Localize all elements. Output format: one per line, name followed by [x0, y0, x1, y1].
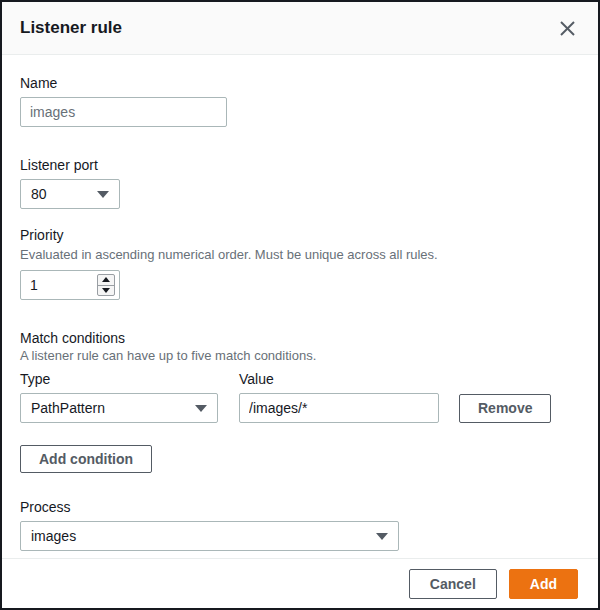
process-value: images	[31, 528, 76, 544]
priority-value: 1	[30, 277, 38, 293]
spinner-down-icon[interactable]	[98, 286, 114, 296]
close-x-glyph	[559, 20, 576, 37]
process-field-group: Process images	[20, 499, 580, 551]
dialog-header: Listener rule	[2, 2, 598, 55]
add-condition-button[interactable]: Add condition	[20, 445, 152, 473]
condition-type-value: PathPattern	[31, 400, 105, 416]
name-label: Name	[20, 75, 580, 91]
process-label: Process	[20, 499, 580, 515]
listener-port-label: Listener port	[20, 157, 580, 173]
dialog-footer: Cancel Add	[2, 558, 598, 608]
process-select[interactable]: images	[20, 521, 399, 551]
chevron-down-icon	[376, 533, 388, 540]
chevron-down-icon	[97, 191, 109, 198]
condition-value-header: Value	[239, 371, 274, 387]
listener-port-select[interactable]: 80	[20, 179, 120, 209]
match-conditions-label: Match conditions	[20, 330, 580, 346]
priority-description: Evaluated in ascending numerical order. …	[20, 247, 580, 262]
cancel-button[interactable]: Cancel	[409, 569, 497, 599]
condition-type-header: Type	[20, 371, 239, 387]
dialog-body: Name Listener port 80 Priority Evaluated…	[2, 55, 598, 558]
name-field-group: Name	[20, 75, 580, 127]
name-input[interactable]	[20, 97, 227, 127]
condition-column-headers: Type Value	[20, 371, 580, 393]
remove-condition-button[interactable]: Remove	[459, 394, 551, 423]
chevron-down-icon	[195, 405, 207, 412]
listener-port-field-group: Listener port 80	[20, 157, 580, 209]
match-conditions-description: A listener rule can have up to five matc…	[20, 348, 580, 363]
condition-row: PathPattern Remove	[20, 393, 580, 423]
add-button[interactable]: Add	[509, 569, 578, 599]
priority-stepper[interactable]: 1	[20, 270, 120, 300]
condition-value-input[interactable]	[239, 393, 439, 423]
condition-type-select[interactable]: PathPattern	[20, 393, 218, 423]
priority-field-group: Priority Evaluated in ascending numerica…	[20, 227, 580, 300]
close-icon[interactable]	[555, 16, 580, 41]
match-conditions-group: Match conditions A listener rule can hav…	[20, 330, 580, 473]
dialog-title: Listener rule	[20, 18, 122, 38]
spinner-up-icon[interactable]	[98, 275, 114, 286]
listener-rule-dialog: Listener rule Name Listener port 80 Prio…	[0, 0, 600, 610]
spinner-control	[97, 274, 115, 296]
listener-port-value: 80	[31, 186, 47, 202]
priority-label: Priority	[20, 227, 580, 243]
